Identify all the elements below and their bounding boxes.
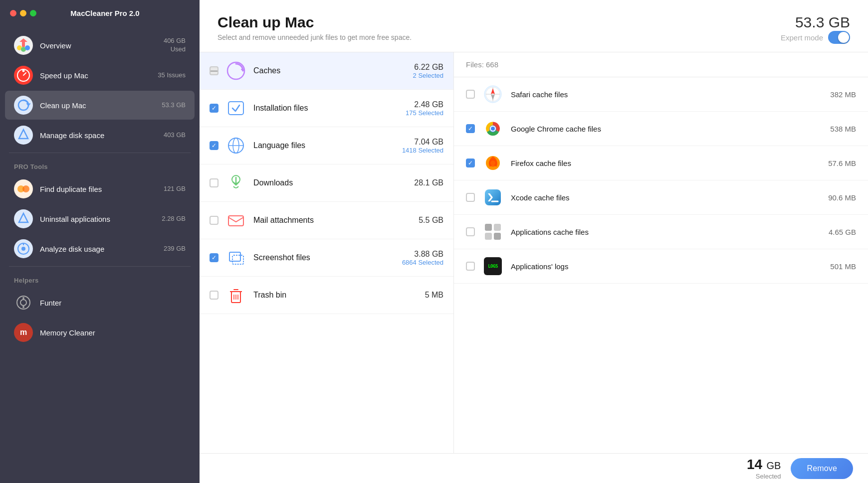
detail-item-safari[interactable]: Safari cache files 382 MB (454, 77, 868, 112)
maximize-button[interactable] (30, 10, 36, 16)
list-item-downloads[interactable]: Downloads 28.1 GB (200, 164, 453, 202)
language-checkbox[interactable]: ✓ (210, 141, 218, 150)
mail-info: Mail attachments (253, 216, 412, 225)
logs-name: Applications' logs (511, 262, 822, 271)
apps-cache-checkbox[interactable] (466, 227, 475, 236)
sidebar-item-manage[interactable]: Manage disk space 403 GB (5, 121, 195, 150)
downloads-checkbox[interactable] (210, 178, 218, 187)
safari-checkbox[interactable] (466, 90, 475, 99)
selected-unit: GB (767, 460, 781, 471)
list-item-language[interactable]: ✓ Language files 7.04 GB 1418 Selected (200, 127, 453, 164)
svg-rect-36 (229, 252, 240, 261)
logs-icon: LOGS (483, 256, 503, 276)
funter-icon (14, 293, 33, 312)
header-right: 53.3 GB Expert mode (781, 14, 850, 44)
sidebar-item-cleanup[interactable]: Clean up Mac 53.3 GB (5, 91, 195, 120)
list-item-screenshots[interactable]: ✓ Screenshot files 3.88 GB 6864 Selected (200, 239, 453, 277)
sidebar-item-manage-badge: 403 GB (164, 131, 186, 140)
divider-2 (9, 266, 191, 267)
svg-point-19 (21, 247, 25, 251)
svg-point-28 (227, 62, 244, 79)
close-button[interactable] (10, 10, 16, 16)
list-item-mail[interactable]: Mail attachments 5.5 GB (200, 202, 453, 239)
svg-point-8 (14, 96, 33, 115)
svg-rect-35 (228, 216, 243, 226)
minimize-button[interactable] (20, 10, 26, 16)
screenshots-checkbox[interactable]: ✓ (210, 253, 218, 262)
logs-checkbox[interactable] (466, 262, 475, 271)
svg-point-6 (22, 70, 25, 72)
sidebar-item-cleanup-badge: 53.3 GB (162, 101, 186, 110)
xcode-size: 90.6 MB (828, 193, 856, 202)
uninstall-icon (14, 209, 33, 228)
svg-rect-29 (228, 102, 243, 115)
mail-icon (225, 210, 246, 231)
sidebar-item-uninstall[interactable]: Uninstall applications 2.28 GB (5, 204, 195, 233)
svg-point-3 (25, 45, 30, 50)
chrome-checkbox[interactable]: ✓ (466, 124, 475, 133)
list-item-installation[interactable]: ✓ Installation files 2.48 GB 175 Selecte… (200, 90, 453, 127)
sidebar-item-memory[interactable]: m Memory Cleaner (5, 318, 195, 347)
sidebar-item-overview[interactable]: Overview 406 GB Used (5, 31, 195, 60)
svg-rect-59 (494, 224, 501, 231)
caches-info: Caches (253, 66, 406, 75)
svg-text:m: m (20, 328, 27, 336)
mail-checkbox[interactable] (210, 216, 218, 225)
list-item-trash[interactable]: Trash bin 5 MB (200, 277, 453, 314)
detail-item-xcode[interactable]: Xcode cache files 90.6 MB (454, 180, 868, 215)
files-count: Files: 668 (454, 52, 868, 77)
detail-item-apps-cache[interactable]: Applications cache files 4.65 GB (454, 215, 868, 249)
sidebar-item-overview-badge: 406 GB Used (164, 37, 186, 54)
trash-info: Trash bin (253, 291, 418, 300)
logs-size: 501 MB (830, 262, 856, 271)
screenshots-selected: 6864 Selected (402, 259, 443, 266)
svg-point-25 (22, 306, 24, 308)
safari-name: Safari cache files (511, 90, 822, 99)
remove-button[interactable]: Remove (791, 458, 853, 479)
caches-checkbox[interactable]: — (210, 66, 218, 75)
duplicates-icon (14, 179, 33, 198)
safari-icon (483, 84, 503, 104)
language-name: Language files (253, 141, 395, 150)
xcode-icon (483, 187, 503, 207)
toggle-knob (838, 32, 849, 43)
installation-size-block: 2.48 GB 175 Selected (406, 100, 443, 117)
list-item-caches[interactable]: — Caches 6.22 GB 2 Selected (200, 52, 453, 90)
apps-cache-size: 4.65 GB (829, 228, 856, 236)
svg-rect-37 (232, 255, 243, 264)
mail-size-block: 5.5 GB (419, 216, 443, 225)
sidebar-item-funter[interactable]: Funter (5, 288, 195, 317)
apps-cache-icon (483, 222, 503, 242)
selected-label: Selected (747, 473, 781, 480)
downloads-name: Downloads (253, 178, 407, 187)
sidebar-item-speedup[interactable]: Speed up Mac 35 Issues (5, 61, 195, 90)
screenshots-info: Screenshot files (253, 253, 395, 262)
main-header: Clean up Mac Select and remove unneeded … (200, 0, 868, 52)
installation-size: 2.48 GB (406, 100, 443, 109)
sidebar-item-uninstall-label: Uninstall applications (40, 215, 155, 223)
sidebar-item-funter-label: Funter (40, 299, 186, 307)
detail-item-logs[interactable]: LOGS Applications' logs 501 MB (454, 249, 868, 284)
detail-item-firefox[interactable]: ✓ Firefox cache files 57.6 MB (454, 146, 868, 180)
expert-mode-toggle[interactable] (828, 31, 850, 44)
sidebar-item-uninstall-badge: 2.28 GB (162, 215, 186, 223)
analyze-icon (14, 239, 33, 258)
sidebar-item-duplicates[interactable]: Find duplicate files 121 GB (5, 174, 195, 203)
sidebar-item-duplicates-badge: 121 GB (164, 185, 186, 193)
detail-item-chrome[interactable]: ✓ Google Chrome cache files 538 MB (454, 112, 868, 146)
svg-point-14 (22, 185, 29, 192)
installation-checkbox[interactable]: ✓ (210, 104, 218, 113)
sidebar-item-analyze[interactable]: Analyze disk usage 239 GB (5, 234, 195, 263)
downloads-size: 28.1 GB (414, 178, 443, 187)
cleanup-icon (14, 96, 33, 115)
trash-checkbox[interactable] (210, 291, 218, 300)
firefox-size: 57.6 MB (828, 159, 856, 167)
sidebar-item-memory-label: Memory Cleaner (40, 328, 186, 337)
mail-name: Mail attachments (253, 216, 412, 225)
apps-cache-name: Applications cache files (511, 228, 821, 236)
header-left: Clean up Mac Select and remove unneeded … (217, 14, 412, 41)
firefox-checkbox[interactable]: ✓ (466, 159, 475, 167)
language-selected: 1418 Selected (402, 147, 443, 154)
xcode-checkbox[interactable] (466, 193, 475, 202)
svg-rect-61 (494, 233, 501, 240)
